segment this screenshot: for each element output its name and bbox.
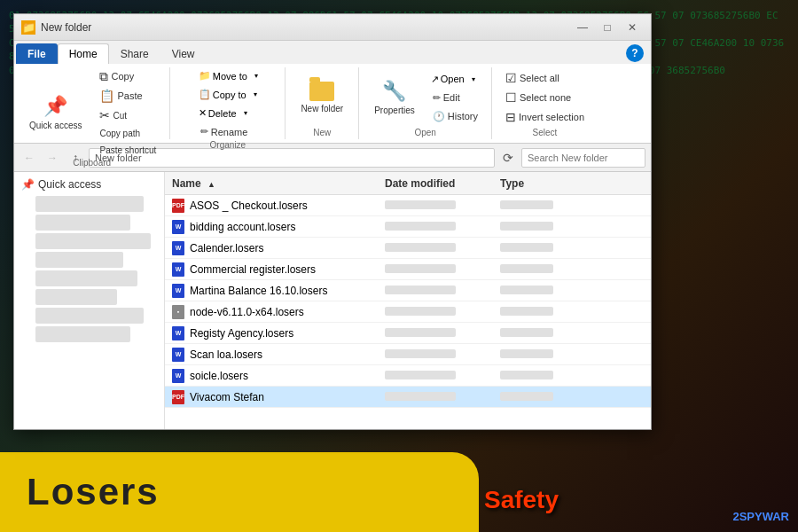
tree-placeholder-4 — [14, 252, 164, 268]
tab-view[interactable]: View — [160, 43, 207, 64]
copy-to-icon: 📋 — [199, 89, 211, 100]
select-all-icon: ☑ — [505, 72, 517, 84]
tab-home[interactable]: Home — [58, 43, 109, 64]
doc-icon: W — [172, 369, 184, 383]
open-group: 🔧 Properties ↗ Open ▾ ✏ Edit — [359, 67, 492, 139]
file-date-cell — [378, 264, 493, 275]
pin-to-quick-access-button[interactable]: 📌 Quick access — [21, 83, 90, 142]
help-button[interactable]: ? — [626, 44, 644, 62]
refresh-button[interactable]: ⟳ — [498, 148, 518, 168]
file-type-cell — [493, 307, 651, 317]
tab-share[interactable]: Share — [109, 43, 160, 64]
quick-access-item[interactable]: 📌 Quick access — [14, 176, 164, 193]
safety-text: Safety — [484, 486, 559, 514]
file-type-cell — [493, 392, 651, 403]
open-dropdown[interactable]: ▾ — [469, 73, 479, 86]
history-button[interactable]: 🕐 History — [426, 108, 484, 125]
table-row[interactable]: W Commercial register.losers — [165, 259, 651, 280]
open-icon: ↗ — [431, 74, 439, 85]
file-type-cell — [493, 286, 651, 296]
column-date[interactable]: Date modified — [378, 177, 493, 190]
invert-selection-button[interactable]: ⊟ Invert selection — [499, 108, 591, 126]
maximize-button[interactable]: □ — [596, 19, 619, 36]
file-name-cell: W Registy Agency.losers — [165, 326, 378, 340]
left-panel: 📌 Quick access — [14, 172, 165, 429]
file-header: Name ▲ Date modified Type — [165, 172, 651, 195]
file-name: ASOS _ Checkout.losers — [190, 200, 308, 212]
table-row[interactable]: W Scan loa.losers — [165, 344, 651, 365]
folder-icon — [309, 82, 334, 101]
copy-path-button[interactable]: Copy path — [93, 126, 162, 141]
properties-button[interactable]: 🔧 Properties — [366, 68, 423, 127]
doc-icon: W — [172, 241, 184, 255]
table-row[interactable]: W bidding account.losers — [165, 216, 651, 238]
tab-file[interactable]: File — [16, 43, 58, 64]
title-bar-title: New folder — [41, 21, 571, 34]
table-row[interactable]: ▪ node-v6.11.0-x64.losers — [165, 301, 651, 323]
open-button[interactable]: ↗ Open — [426, 71, 469, 88]
move-to-button[interactable]: 📁 Move to — [194, 67, 252, 84]
table-row[interactable]: W Calender.losers — [165, 238, 651, 259]
file-date-cell — [378, 349, 493, 360]
delete-button[interactable]: ✕ Delete — [194, 105, 241, 121]
column-type[interactable]: Type — [493, 177, 651, 190]
column-name[interactable]: Name ▲ — [165, 177, 378, 190]
minimize-button[interactable]: — — [571, 19, 594, 36]
search-input[interactable] — [521, 148, 645, 168]
move-to-split: 📁 Move to ▾ — [194, 67, 262, 84]
file-name-cell: W Martina Balance 16.10.losers — [165, 284, 378, 298]
title-bar: 📁 New folder — □ ✕ — [14, 14, 651, 41]
move-icon: 📁 — [199, 70, 211, 82]
tree-placeholder-5 — [14, 270, 164, 286]
title-bar-controls: — □ ✕ — [571, 19, 644, 36]
table-row[interactable]: PDF Vivacom Stefan — [165, 387, 651, 408]
rename-button[interactable]: ✏ Rename — [194, 123, 254, 140]
copy-button[interactable]: Copy — [93, 67, 162, 85]
file-name-cell: ▪ node-v6.11.0-x64.losers — [165, 305, 378, 319]
main-area: 📌 Quick access — [14, 172, 651, 429]
doc-icon: W — [172, 284, 184, 298]
copy-to-split: 📋 Copy to ▾ — [194, 86, 261, 103]
file-name: Scan loa.losers — [190, 348, 262, 361]
new-folder-button[interactable]: New folder — [293, 68, 351, 127]
pdf-icon: PDF — [172, 199, 184, 213]
tree-placeholder-1 — [14, 196, 164, 212]
move-to-dropdown[interactable]: ▾ — [252, 69, 262, 82]
open-stack: ↗ Open ▾ ✏ Edit 🕐 History — [426, 71, 484, 125]
file-name: Vivacom Stefan — [190, 391, 264, 403]
edit-button[interactable]: ✏ Edit — [426, 90, 484, 106]
delete-split: ✕ Delete ▾ — [194, 105, 251, 121]
ribbon: 📌 Quick access Copy Paste Cut — [14, 64, 651, 144]
paste-button[interactable]: Paste — [93, 87, 162, 105]
file-icon: ▪ — [172, 305, 184, 319]
select-none-button[interactable]: ☐ Select none — [499, 89, 591, 106]
open-split: ↗ Open ▾ — [426, 71, 484, 88]
select-all-button[interactable]: ☑ Select all — [499, 69, 591, 87]
file-type-cell — [493, 264, 651, 275]
file-name-cell: W bidding account.losers — [165, 220, 378, 234]
file-name-cell: W soicle.losers — [165, 369, 378, 383]
file-type-cell — [493, 371, 651, 381]
spywar-name: SPYWAR — [739, 510, 789, 523]
paste-icon — [99, 90, 114, 102]
history-icon: 🕐 — [433, 111, 445, 122]
table-row[interactable]: PDF ASOS _ Checkout.losers — [165, 195, 651, 216]
cut-button[interactable]: Cut — [93, 106, 162, 124]
copy-to-button[interactable]: 📋 Copy to — [194, 86, 251, 103]
file-list: PDF ASOS _ Checkout.losers W bidding acc… — [165, 195, 651, 408]
file-type-cell — [493, 200, 651, 211]
file-date-cell — [378, 328, 493, 339]
close-button[interactable]: ✕ — [621, 19, 644, 36]
delete-dropdown[interactable]: ▾ — [241, 106, 251, 120]
table-row[interactable]: W Registy Agency.losers — [165, 323, 651, 344]
refresh-icon: ⟳ — [503, 151, 513, 165]
banner-text: Losers — [27, 471, 160, 513]
paste-shortcut-button[interactable]: Paste shortcut — [93, 143, 162, 158]
tree-placeholder-7 — [14, 308, 164, 324]
organize-content: 📁 Move to ▾ 📋 Copy to ▾ ✕ Delete — [194, 67, 262, 140]
table-row[interactable]: W soicle.losers — [165, 365, 651, 387]
select-content: ☑ Select all ☐ Select none ⊟ Invert sele… — [499, 67, 591, 128]
table-row[interactable]: W Martina Balance 16.10.losers — [165, 280, 651, 301]
doc-icon: W — [172, 348, 184, 362]
copy-to-dropdown[interactable]: ▾ — [251, 88, 261, 101]
